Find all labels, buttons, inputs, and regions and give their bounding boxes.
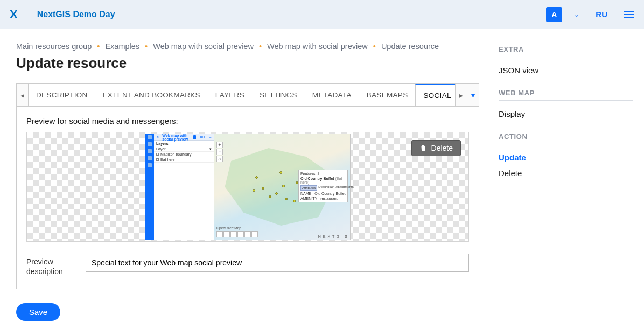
header-divider xyxy=(27,6,27,23)
social-preview-image: Delete X Web map with social preview RU … xyxy=(26,132,469,242)
sidebar-heading-action: ACTION xyxy=(499,132,633,144)
tab-basemaps[interactable]: BASEMAPS xyxy=(359,84,416,106)
save-button[interactable]: Save xyxy=(16,303,60,321)
delete-preview-label: Delete xyxy=(431,144,453,152)
sidebar-item-update[interactable]: Update xyxy=(499,150,633,165)
site-title[interactable]: NextGIS Demo Day xyxy=(37,10,115,19)
mini-layer-panel: X Web map with social preview RU ≡ Layer… xyxy=(154,134,214,240)
social-preview-heading: Preview for social media and messengers: xyxy=(26,116,469,125)
menu-icon[interactable] xyxy=(624,11,634,18)
sidebar-heading-webmap: WEB MAP xyxy=(499,89,633,101)
tab-social[interactable]: SOCIAL xyxy=(415,84,455,106)
tab-extent-bookmarks[interactable]: EXTENT AND BOOKMARKS xyxy=(95,84,208,106)
chevron-down-icon[interactable]: ⌄ xyxy=(574,11,579,18)
breadcrumb: Main resources group • Examples • Web ma… xyxy=(16,42,479,51)
trash-icon xyxy=(419,144,427,152)
social-panel: Preview for social media and messengers:… xyxy=(16,106,479,289)
preview-description-label: Preview description xyxy=(26,254,75,276)
sidebar-item-delete[interactable]: Delete xyxy=(499,165,633,181)
tab-scroll-left-icon[interactable]: ◂ xyxy=(17,84,29,106)
right-sidebar: EXTRA JSON view WEB MAP Display ACTION U… xyxy=(479,29,644,321)
user-avatar-badge[interactable]: A xyxy=(546,7,562,22)
language-switch[interactable]: RU xyxy=(596,10,607,19)
tab-overflow-menu-icon[interactable]: ▾ xyxy=(467,84,479,106)
tab-layers[interactable]: LAYERS xyxy=(208,84,252,106)
mini-map-canvas: +−⌂ Features: 8 Old Country Buffet (Eat … xyxy=(214,134,350,240)
sidebar-item-display[interactable]: Display xyxy=(499,106,633,122)
tab-description[interactable]: DESCRIPTION xyxy=(29,84,95,106)
sidebar-heading-extra: EXTRA xyxy=(499,45,633,57)
breadcrumb-item[interactable]: Examples xyxy=(105,42,139,51)
sidebar-item-json-view[interactable]: JSON view xyxy=(499,62,633,78)
preview-description-input[interactable] xyxy=(86,254,469,272)
app-header: X NextGIS Demo Day A ⌄ RU xyxy=(0,0,644,29)
breadcrumb-current: Update resource xyxy=(381,42,439,51)
tab-bar: ◂ DESCRIPTION EXTENT AND BOOKMARKS LAYER… xyxy=(16,83,479,106)
breadcrumb-item[interactable]: Web map with social preview xyxy=(267,42,368,51)
page-title: Update resource xyxy=(16,55,479,72)
logo-icon[interactable]: X xyxy=(10,8,17,22)
tab-metadata[interactable]: METADATA xyxy=(305,84,359,106)
mini-sidebar-rail xyxy=(145,134,154,240)
tab-scroll-right-icon[interactable]: ▸ xyxy=(455,84,467,106)
tab-settings[interactable]: SETTINGS xyxy=(252,84,305,106)
delete-preview-button[interactable]: Delete xyxy=(411,140,461,156)
preview-thumbnail: X Web map with social preview RU ≡ Layer… xyxy=(145,134,350,240)
breadcrumb-item[interactable]: Web map with social preview xyxy=(153,42,254,51)
mini-info-popup: Features: 8 Old Country Buffet (Eat here… xyxy=(298,170,348,202)
breadcrumb-item[interactable]: Main resources group xyxy=(16,42,92,51)
